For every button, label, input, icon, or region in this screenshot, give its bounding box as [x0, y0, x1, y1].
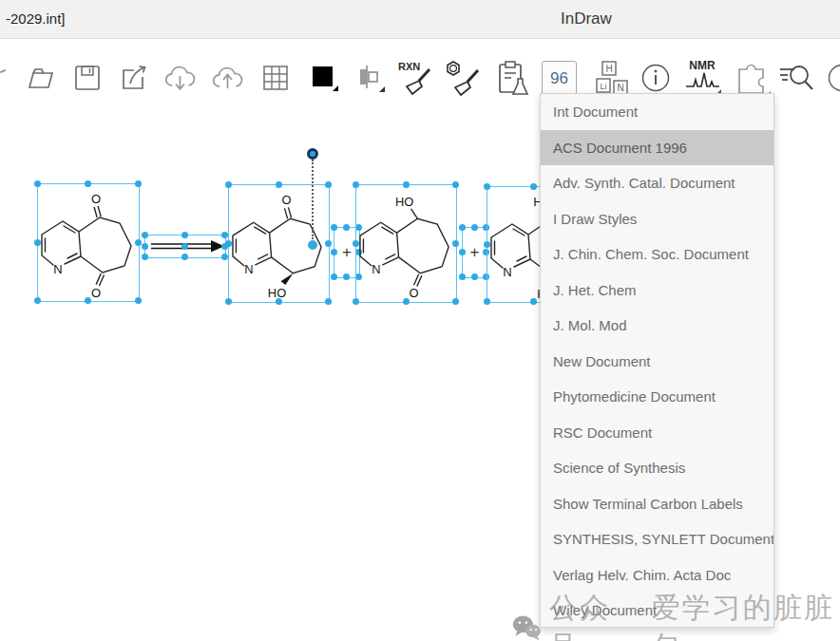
dropdown-item[interactable]: SYNTHESIS, SYNLETT Document [541, 521, 773, 557]
selection-handle[interactable] [459, 224, 466, 231]
atom-label-n: N [244, 262, 253, 276]
dropdown-item[interactable]: J. Mol. Mod [541, 308, 773, 344]
info-button[interactable] [639, 59, 673, 97]
paste-analyze-button[interactable] [496, 59, 530, 97]
selection-handle[interactable] [331, 273, 337, 280]
selection-handle[interactable] [353, 181, 359, 188]
structure-search-button[interactable] [777, 59, 817, 97]
selection-handle[interactable] [343, 224, 350, 231]
selection-handle[interactable] [34, 239, 41, 246]
selection-handle[interactable] [135, 239, 142, 246]
selection-handle[interactable] [343, 273, 350, 280]
selection-handle[interactable] [471, 273, 478, 280]
selection-handle[interactable] [225, 298, 232, 305]
dropdown-item[interactable]: Int Document [541, 94, 773, 130]
selection-handle[interactable] [484, 241, 490, 248]
selection-handle[interactable] [276, 181, 282, 188]
selection-center-dot[interactable] [308, 240, 317, 250]
dropdown-item[interactable]: Verlag Helv. Chim. Acta Doc [541, 557, 773, 594]
dropdown-item[interactable]: RSC Document [541, 415, 773, 451]
selection-handle[interactable] [484, 183, 490, 190]
atom-label-n: N [372, 262, 380, 276]
molecule-1-selection[interactable]: O O N [37, 183, 140, 302]
rotation-handle[interactable] [307, 148, 318, 160]
selection-handle[interactable] [331, 249, 337, 255]
align-objects-button[interactable] [353, 59, 388, 97]
dropdown-item[interactable]: J. Het. Chem [541, 273, 773, 309]
element-li-label: Li [600, 82, 606, 91]
element-n-label: N [617, 83, 623, 93]
grid-icon [262, 65, 289, 91]
selection-handle[interactable] [85, 297, 91, 304]
selection-handle[interactable] [135, 297, 142, 304]
selection-handle[interactable] [403, 298, 410, 305]
dropdown-item[interactable]: New Document [541, 344, 773, 380]
selection-handle[interactable] [331, 224, 337, 231]
open-file-button[interactable] [25, 59, 59, 97]
zoom-level-button[interactable]: 96 [542, 61, 577, 96]
selection-handle[interactable] [459, 249, 466, 255]
selection-handle[interactable] [452, 298, 459, 305]
dropdown-item[interactable]: ACS Document 1996 [541, 130, 773, 166]
dropdown-item[interactable]: Show Terminal Carbon Labels [541, 486, 773, 522]
selection-handle[interactable] [459, 273, 466, 280]
selection-handle[interactable] [181, 232, 188, 238]
selection-handle[interactable] [225, 181, 232, 188]
dropdown-item[interactable]: J. Chin. Chem. Soc. Document [541, 236, 773, 273]
selection-handle[interactable] [353, 298, 359, 305]
cloud-upload-button[interactable] [211, 59, 245, 97]
atom-label-o: O [409, 286, 418, 300]
document-style-dropdown: Int Document ACS Document 1996 Adv. Synt… [540, 93, 774, 628]
selection-handle[interactable] [142, 254, 148, 260]
selection-handle[interactable] [530, 183, 537, 190]
selection-handle[interactable] [325, 240, 332, 247]
periodic-table-button[interactable]: H Li N [591, 59, 631, 97]
plugin-button[interactable] [732, 59, 772, 97]
selection-handle[interactable] [181, 254, 188, 260]
selection-handle[interactable] [276, 298, 282, 305]
selection-handle[interactable] [221, 254, 228, 260]
selection-handle[interactable] [221, 232, 228, 238]
selection-handle[interactable] [484, 298, 490, 305]
nmr-icon: NMR [680, 58, 724, 98]
table-grid-button[interactable] [258, 59, 293, 97]
selection-handle[interactable] [403, 181, 410, 188]
selection-handle[interactable] [135, 180, 142, 187]
save-button[interactable] [70, 59, 105, 97]
atom-label-o: O [91, 286, 101, 300]
selection-handle[interactable] [325, 298, 332, 305]
clean-structure-button[interactable] [443, 59, 483, 97]
app-title: InDraw [561, 9, 612, 28]
selection-handle[interactable] [85, 180, 91, 187]
plus-sign-2-selection[interactable]: + [462, 227, 487, 278]
dropdown-item[interactable]: Wiley Document [541, 593, 773, 629]
selection-handle[interactable] [530, 298, 537, 305]
selection-handle[interactable] [471, 224, 478, 231]
selection-handle[interactable] [353, 240, 359, 247]
nmr-predict-button[interactable]: NMR [680, 59, 724, 97]
cloud-download-button[interactable] [163, 59, 198, 97]
dropdown-item[interactable]: Phytomedicine Document [541, 379, 773, 415]
periodic-table-icon: H Li N [591, 59, 631, 97]
selection-handle[interactable] [142, 243, 148, 250]
selection-handle[interactable] [181, 243, 188, 250]
align-objects-icon [354, 62, 387, 94]
indraw-window: -2029.int] InDraw [0, 0, 840, 641]
selection-handle[interactable] [452, 181, 459, 188]
reaction-arrow-selection[interactable] [144, 235, 226, 258]
selection-handle[interactable] [225, 240, 232, 247]
export-button[interactable] [118, 59, 152, 97]
molecule-3-selection[interactable]: HO O N [355, 184, 457, 303]
color-swatch-button[interactable] [308, 59, 342, 97]
selection-handle[interactable] [142, 232, 148, 238]
selection-handle[interactable] [325, 181, 332, 188]
rotation-guide-line [312, 160, 314, 239]
dropdown-item[interactable]: Adv. Synth. Catal. Document [541, 165, 773, 201]
clean-reaction-button[interactable]: RXN [395, 59, 435, 97]
dropdown-item[interactable]: Science of Synthesis [541, 450, 773, 486]
selection-handle[interactable] [34, 180, 41, 187]
selection-handle[interactable] [452, 240, 459, 247]
help-button[interactable] [823, 59, 840, 97]
selection-handle[interactable] [34, 297, 41, 304]
dropdown-item[interactable]: I Draw Styles [541, 201, 773, 237]
